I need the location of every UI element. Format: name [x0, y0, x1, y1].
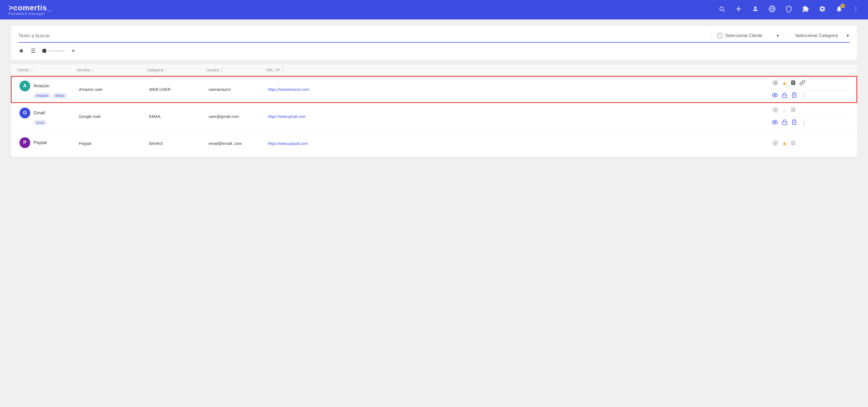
- slider-line: [49, 51, 65, 51]
- client-info-amazon: A Amazon: [20, 81, 74, 91]
- action-cell-paypal: ★: [770, 130, 851, 157]
- svg-rect-26: [782, 122, 787, 124]
- search-divider: [711, 31, 712, 40]
- url-cell-amazon: https://wwwamazon.com: [266, 76, 770, 103]
- action-bottom-amazon: ⋮: [772, 90, 848, 102]
- nombre-amazon: Amazon user: [79, 87, 103, 92]
- tags-gmail: email: [33, 120, 74, 125]
- usuario-cell-amazon: useramazon: [207, 76, 266, 103]
- star-icon-paypal[interactable]: ★: [782, 141, 787, 147]
- categoria-gmail: EMAIL: [149, 114, 161, 119]
- table-header: Cliente ▼▲ Nombre ▼▲ Categoría ▼▲ Usuari…: [11, 64, 857, 76]
- avatar-action-icon-amazon[interactable]: [772, 79, 779, 88]
- lock-icon-gmail[interactable]: [781, 119, 787, 126]
- search-input[interactable]: [19, 33, 706, 39]
- star-icon-gmail[interactable]: ☆: [782, 107, 787, 114]
- svg-point-6: [772, 80, 778, 86]
- globe-icon[interactable]: [769, 5, 776, 14]
- logo-subtitle: Password manager: [9, 12, 52, 16]
- passwords-table: Cliente ▼▲ Nombre ▼▲ Categoría ▼▲ Usuari…: [11, 64, 857, 157]
- nombre-cell-amazon: Amazon user: [77, 76, 147, 103]
- add-icon[interactable]: [735, 5, 742, 14]
- notes-icon-amazon[interactable]: [790, 80, 796, 87]
- col-nombre-label: Nombre: [77, 68, 90, 72]
- url-amazon[interactable]: https://wwwamazon.com: [268, 87, 309, 92]
- svg-point-32: [776, 142, 777, 143]
- link-icon-amazon[interactable]: [799, 80, 805, 87]
- notes-icon-paypal[interactable]: [790, 140, 796, 147]
- notes-icon-gmail[interactable]: [790, 107, 796, 114]
- categoria-cell-paypal: BANKS: [147, 130, 207, 157]
- client-info-gmail: G Gmail: [20, 108, 74, 118]
- col-nombre[interactable]: Nombre ▼▲: [77, 67, 147, 72]
- client-cell-amazon: A Amazon Amazon Shops: [17, 76, 77, 103]
- settings-icon[interactable]: [819, 5, 826, 14]
- client-selector[interactable]: ? Seleccionar Cliente ▼: [717, 33, 780, 39]
- client-name-amazon: Amazon: [33, 84, 50, 88]
- svg-point-13: [774, 94, 776, 96]
- col-url[interactable]: URL / IP ▼▲: [266, 67, 770, 72]
- svg-point-7: [774, 82, 775, 83]
- svg-rect-14: [782, 95, 787, 97]
- url-paypal[interactable]: https://www.paypal.com: [268, 141, 308, 146]
- list-icon[interactable]: ☰: [31, 48, 36, 54]
- avatar-action-icon-paypal[interactable]: [772, 140, 779, 148]
- view-icon-amazon[interactable]: [772, 92, 778, 99]
- category-selector[interactable]: Seleccionar Categoría ▼: [795, 33, 849, 38]
- puzzle-icon[interactable]: [802, 5, 809, 14]
- col-cliente-label: Cliente: [17, 68, 29, 72]
- client-selector-label: Seleccionar Cliente: [725, 33, 774, 38]
- favorites-icon[interactable]: ★: [19, 47, 24, 55]
- shield-icon[interactable]: [785, 5, 793, 14]
- usuario-amazon: useramazon: [209, 87, 231, 92]
- client-chevron-icon: ▼: [776, 33, 780, 38]
- sort-arrows-usuario: ▼▲: [221, 67, 223, 72]
- search-input-wrap[interactable]: [19, 33, 706, 39]
- bell-icon[interactable]: 1: [836, 5, 843, 14]
- category-selector-label: Seleccionar Categoría: [795, 33, 844, 38]
- col-actions: [770, 67, 851, 72]
- action-top-gmail: ☆: [772, 104, 848, 117]
- client-cell-gmail: G Gmail email: [17, 103, 77, 130]
- sort-arrows-url: ▼▲: [281, 67, 284, 72]
- col-cliente[interactable]: Cliente ▼▲: [17, 67, 77, 72]
- svg-point-8: [776, 82, 777, 83]
- star-icon-amazon[interactable]: ★: [782, 80, 787, 87]
- client-name-paypal: Paypal: [33, 140, 47, 145]
- bell-badge: 1: [840, 4, 845, 8]
- tag-email[interactable]: email: [33, 120, 47, 125]
- col-usuario[interactable]: Usuario ▼▲: [207, 67, 266, 72]
- url-gmail[interactable]: https://www.gmail.com: [268, 114, 306, 119]
- nombre-cell-gmail: Google mail: [77, 103, 147, 130]
- usuario-cell-gmail: user@gmail.com: [207, 103, 266, 130]
- avatar-amazon: A: [20, 81, 30, 91]
- user-icon[interactable]: [752, 5, 759, 14]
- clipboard-icon-gmail[interactable]: [791, 119, 797, 126]
- action-cell-amazon: ★: [770, 76, 851, 103]
- more-action-icon-gmail[interactable]: ⋮: [801, 120, 806, 126]
- svg-point-19: [774, 109, 775, 110]
- sort-arrows-cliente: ▼▲: [31, 67, 33, 72]
- svg-rect-15: [793, 93, 796, 97]
- add-entry-icon[interactable]: +: [71, 47, 75, 55]
- search-icon[interactable]: [718, 5, 725, 14]
- categoria-paypal: BANKS: [149, 141, 163, 146]
- tag-shops[interactable]: Shops: [53, 93, 67, 98]
- svg-point-18: [772, 107, 778, 113]
- col-url-label: URL / IP: [266, 68, 280, 72]
- avatar-action-icon-gmail[interactable]: [772, 106, 779, 115]
- select-divider: [787, 32, 787, 39]
- more-icon[interactable]: [852, 5, 859, 14]
- logo-title: >comertis_: [9, 4, 52, 12]
- slider-control[interactable]: [42, 49, 65, 53]
- col-categoria[interactable]: Categoría ▼▲: [147, 67, 207, 72]
- tags-amazon: Amazon Shops: [33, 93, 74, 98]
- lock-icon-amazon[interactable]: [781, 92, 787, 99]
- logo: >comertis_ Password manager: [9, 4, 52, 16]
- svg-point-20: [776, 109, 777, 110]
- tag-amazon[interactable]: Amazon: [33, 93, 51, 98]
- more-action-icon-amazon[interactable]: ⋮: [801, 93, 806, 99]
- clipboard-icon-amazon[interactable]: [791, 92, 797, 99]
- usuario-cell-paypal: email@email..com: [207, 130, 266, 157]
- view-icon-gmail[interactable]: [772, 119, 778, 126]
